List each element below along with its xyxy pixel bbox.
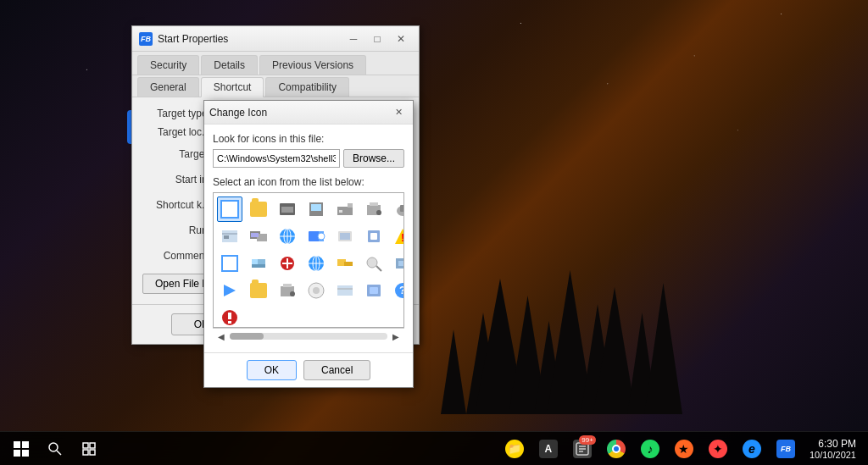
change-icon-title: Change Icon — [209, 107, 389, 119]
icon-cell-18[interactable] — [332, 251, 358, 276]
change-icon-titlebar[interactable]: Change Icon ✕ — [204, 101, 413, 125]
file-manager-icon: 📁 — [505, 440, 524, 458]
svg-point-9 — [376, 210, 381, 215]
taskbar-app3[interactable]: ✦ — [703, 434, 733, 464]
icon-cell-3[interactable] — [303, 197, 329, 222]
app3-icon: ✦ — [709, 440, 727, 458]
cancel-button-change-icon[interactable]: Cancel — [303, 360, 370, 380]
svg-point-66 — [49, 443, 58, 451]
taskbar-fb-app[interactable]: FB — [771, 434, 801, 464]
icon-cell-23[interactable] — [275, 278, 300, 303]
icon-cell-2[interactable] — [275, 197, 300, 222]
icon-cell-1[interactable] — [246, 197, 271, 222]
svg-text:?: ? — [399, 285, 404, 296]
task-view-button[interactable] — [72, 432, 106, 466]
close-button[interactable]: ✕ — [390, 30, 412, 47]
tab-security[interactable]: Security — [137, 55, 199, 75]
file-path-input[interactable] — [213, 149, 340, 168]
icon-cell-28[interactable] — [217, 305, 242, 328]
chrome-icon — [607, 440, 626, 458]
tab-shortcut[interactable]: Shortcut — [201, 77, 264, 97]
prop-label-run: Run: — [142, 224, 210, 236]
minimize-button[interactable]: ─ — [342, 30, 364, 47]
tab-general[interactable]: General — [137, 77, 199, 97]
svg-rect-62 — [14, 441, 20, 448]
ok-button-change-icon[interactable]: OK — [247, 360, 297, 380]
icon-cell-5[interactable] — [361, 197, 387, 222]
icon-cell-9[interactable] — [275, 224, 300, 249]
browse-button[interactable]: Browse... — [343, 149, 404, 168]
taskbar-edge[interactable]: e — [737, 434, 767, 464]
start-props-titlebar[interactable]: FB Start Properties ─ □ ✕ — [132, 26, 419, 52]
taskbar-app2[interactable]: ★ — [669, 434, 699, 464]
svg-marker-47 — [224, 285, 236, 296]
svg-rect-14 — [224, 235, 229, 239]
icon-cell-20[interactable] — [390, 251, 404, 276]
file-path-row: Browse... — [213, 149, 404, 168]
change-icon-dialog: Change Icon ✕ Look for icons in this fil… — [203, 100, 414, 388]
svg-rect-65 — [22, 450, 29, 457]
icon-cell-4[interactable] — [332, 197, 358, 222]
tab-previous-versions[interactable]: Previous Versions — [259, 55, 366, 75]
svg-line-67 — [57, 451, 61, 455]
svg-point-24 — [318, 233, 325, 240]
taskbar-app1[interactable]: A — [533, 434, 564, 464]
icon-cell-19[interactable] — [361, 251, 387, 276]
search-button[interactable] — [38, 432, 72, 466]
svg-rect-69 — [90, 443, 95, 448]
prop-label-target-loc: Target loc... — [142, 126, 210, 138]
scroll-left-arrow[interactable]: ◀ — [216, 331, 226, 341]
start-props-icon: FB — [139, 32, 153, 46]
svg-rect-1 — [281, 207, 293, 213]
icon-cell-27[interactable]: ? — [390, 278, 404, 303]
tabs-row-1: Security Details Previous Versions — [132, 52, 419, 75]
look-for-label: Look for icons in this file: — [213, 133, 404, 145]
change-icon-close-button[interactable]: ✕ — [389, 105, 408, 120]
icon-cell-0[interactable] — [217, 197, 242, 222]
start-menu-button[interactable] — [4, 432, 38, 466]
icon-cell-24[interactable] — [303, 278, 329, 303]
tab-compatibility[interactable]: Compatibility — [265, 77, 349, 97]
scroll-right-arrow[interactable]: ▶ — [391, 331, 401, 341]
app1-icon: A — [539, 440, 558, 458]
taskbar-spotify[interactable]: ♪ — [635, 434, 665, 464]
icon-cell-12[interactable] — [361, 224, 387, 249]
scroll-thumb — [230, 333, 264, 340]
prop-label-shortcut-key: Shortcut k... — [142, 199, 210, 211]
icon-cell-15[interactable] — [246, 251, 271, 276]
fb-app-icon: FB — [776, 440, 795, 458]
tabs-row-2: General Shortcut Compatibility — [132, 75, 419, 97]
tab-details[interactable]: Details — [201, 55, 258, 75]
svg-rect-42 — [344, 262, 353, 266]
svg-rect-64 — [14, 450, 20, 457]
icon-grid-container: !? — [213, 192, 404, 328]
taskbar-left — [0, 432, 106, 466]
icon-cell-26[interactable] — [361, 278, 387, 303]
icon-cell-21[interactable] — [217, 278, 242, 303]
svg-rect-56 — [370, 287, 378, 294]
icon-cell-13[interactable]: ! — [390, 224, 404, 249]
icon-cell-22[interactable] — [246, 278, 271, 303]
icon-cell-7[interactable] — [217, 224, 242, 249]
start-props-title: Start Properties — [158, 33, 342, 45]
maximize-button[interactable]: □ — [366, 30, 388, 47]
taskbar-file-manager[interactable]: 📁 — [499, 434, 530, 464]
taskbar-counter[interactable]: 99+ — [567, 434, 598, 464]
svg-rect-26 — [340, 233, 350, 240]
icon-cell-10[interactable] — [303, 224, 329, 249]
svg-point-43 — [367, 257, 377, 268]
change-icon-body: Look for icons in this file: Browse... S… — [204, 125, 413, 352]
svg-text:!: ! — [401, 232, 404, 244]
edge-icon: e — [743, 440, 761, 458]
select-icon-label: Select an icon from the list below: — [213, 176, 404, 188]
icon-cell-25[interactable] — [332, 278, 358, 303]
date-display: 10/10/2021 — [810, 450, 856, 460]
taskbar-chrome[interactable] — [601, 434, 632, 464]
icon-cell-8[interactable] — [246, 224, 271, 249]
icon-cell-16[interactable] — [275, 251, 300, 276]
icon-cell-6[interactable] — [390, 197, 404, 222]
icon-cell-17[interactable] — [303, 251, 329, 276]
icon-cell-11[interactable] — [332, 224, 358, 249]
scroll-track[interactable] — [230, 333, 387, 340]
icon-cell-14[interactable] — [217, 251, 242, 276]
